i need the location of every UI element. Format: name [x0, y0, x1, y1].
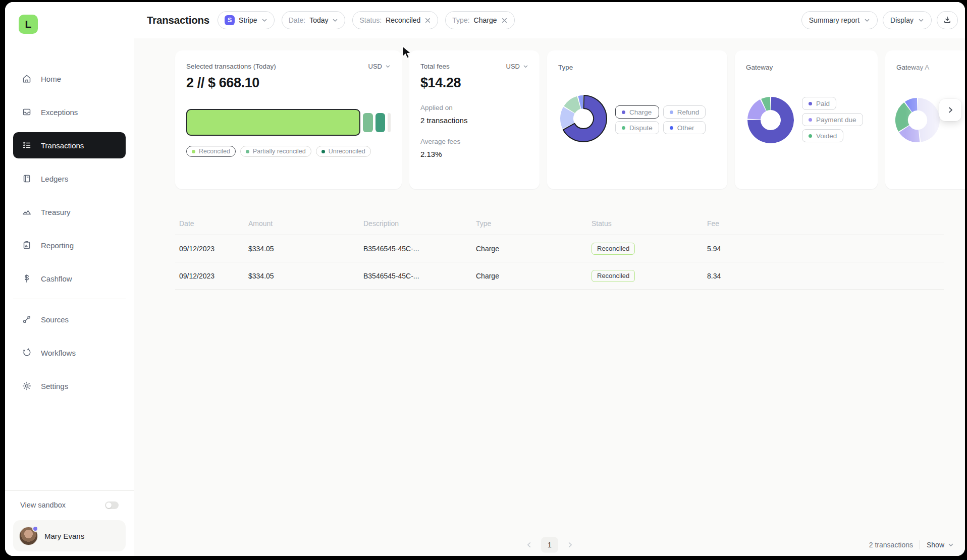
legend-label: Unreconciled — [329, 148, 365, 155]
reconciliation-bar-chart[interactable] — [186, 109, 391, 136]
table-row[interactable]: 09/12/2023 $334.05 B3546545-45C-... Char… — [175, 235, 944, 262]
card-title: Total fees — [420, 63, 450, 70]
type-donut-chart[interactable] — [559, 94, 608, 143]
main-area: Transactions S Stripe Date: Today Status… — [134, 2, 965, 556]
sidebar-item-label: Cashflow — [41, 274, 72, 283]
bar-segment[interactable] — [186, 109, 360, 136]
currency-label: USD — [368, 63, 382, 70]
summary-report-label: Summary report — [809, 16, 859, 24]
sidebar-item-reporting[interactable]: Reporting — [13, 232, 126, 258]
sandbox-toggle[interactable] — [105, 501, 119, 509]
topbar-actions: Summary report Display — [801, 11, 958, 29]
cell-amount: $334.05 — [248, 272, 363, 280]
sidebar-item-transactions[interactable]: Transactions — [13, 132, 126, 158]
table-row[interactable]: 09/12/2023 $334.05 B3546545-45C-... Char… — [175, 262, 944, 290]
close-icon[interactable] — [424, 17, 431, 24]
column-header-fee: Fee — [707, 219, 944, 228]
cell-date: 09/12/2023 — [179, 272, 248, 280]
stripe-icon: S — [225, 15, 235, 25]
next-page-button[interactable] — [567, 541, 573, 548]
filter-chip-status[interactable]: Status: Reconciled — [352, 11, 438, 29]
table-header: Date Amount Description Type Status Fee — [175, 212, 944, 235]
cell-type: Charge — [476, 245, 592, 253]
filter-chip-source[interactable]: S Stripe — [218, 11, 275, 29]
summary-cards: Selected transactions (Today) USD 2 // $… — [175, 50, 965, 189]
current-page-button[interactable]: 1 — [541, 537, 558, 552]
legend-chip-charge[interactable]: Charge — [615, 105, 659, 119]
inbox-icon — [22, 107, 32, 117]
gateway-a-donut-chart[interactable] — [894, 97, 941, 143]
legend-dot — [809, 102, 812, 105]
average-fees-label: Average fees — [420, 138, 528, 145]
sidebar-item-label: Sources — [41, 315, 69, 324]
download-button[interactable] — [937, 11, 958, 29]
filter-status-value: Reconciled — [386, 16, 420, 24]
sidebar-item-home[interactable]: Home — [13, 66, 126, 92]
download-icon — [943, 16, 951, 25]
legend-label: Charge — [629, 108, 652, 116]
legend-chip-refund[interactable]: Refund — [663, 105, 706, 119]
close-icon[interactable] — [501, 17, 508, 24]
summary-report-button[interactable]: Summary report — [801, 11, 878, 29]
page-title: Transactions — [147, 14, 209, 26]
column-header-description: Description — [363, 219, 476, 228]
legend-label: Payment due — [816, 116, 856, 124]
logo-letter: L — [25, 18, 32, 30]
cell-type: Charge — [476, 272, 592, 280]
display-button[interactable]: Display — [883, 11, 932, 29]
legend-chip-partially-reconciled[interactable]: Partially reconciled — [240, 146, 311, 157]
legend-dot — [809, 134, 812, 138]
cell-date: 09/12/2023 — [179, 245, 248, 253]
legend-dot — [622, 126, 625, 130]
sidebar-item-workflows[interactable]: Workflows — [13, 340, 126, 366]
card-title: Type — [558, 64, 573, 71]
cell-fee: 8.34 — [707, 272, 944, 280]
content: Selected transactions (Today) USD 2 // $… — [134, 38, 965, 556]
sidebar-item-treasury[interactable]: Treasury — [13, 199, 126, 225]
sidebar-item-exceptions[interactable]: Exceptions — [13, 99, 126, 125]
legend-chip-unreconciled[interactable]: Unreconciled — [316, 146, 371, 157]
legend-chip-payment-due[interactable]: Payment due — [802, 113, 863, 126]
filter-chip-date[interactable]: Date: Today — [282, 11, 346, 29]
filter-status-prefix: Status: — [359, 16, 382, 24]
sidebar-item-settings[interactable]: Settings — [13, 373, 126, 399]
previous-page-button[interactable] — [526, 541, 532, 548]
bar-segment[interactable] — [375, 113, 385, 132]
footer-divider — [920, 540, 920, 549]
chevron-down-icon — [948, 542, 954, 548]
plug-icon — [22, 314, 32, 324]
currency-select[interactable]: USD — [368, 63, 391, 70]
sidebar-item-cashflow[interactable]: Cashflow — [13, 265, 126, 292]
legend-chip-dispute[interactable]: Dispute — [615, 121, 659, 134]
user-menu[interactable]: Mary Evans — [13, 520, 126, 551]
bar-segment[interactable] — [363, 113, 372, 132]
filter-chip-type[interactable]: Type: Charge — [445, 11, 514, 29]
legend-chip-other[interactable]: Other — [663, 121, 706, 134]
chevron-down-icon — [523, 64, 528, 69]
status-badge: Reconciled — [592, 270, 635, 282]
gateway-donut-chart[interactable] — [746, 96, 795, 144]
legend-chip-reconciled[interactable]: Reconciled — [186, 146, 236, 157]
display-label: Display — [890, 16, 914, 24]
legend-dot — [670, 126, 673, 130]
gear-icon — [22, 381, 32, 391]
legend-chip-voided[interactable]: Voided — [802, 129, 843, 142]
card-title: Gateway A — [896, 64, 929, 71]
show-selector[interactable]: Show — [927, 541, 954, 549]
column-header-amount: Amount — [248, 219, 363, 228]
app-window: L Home Exceptions Transactions Le — [5, 2, 965, 556]
card-title: Selected transactions (Today) — [186, 63, 276, 70]
currency-select[interactable]: USD — [506, 63, 528, 70]
cards-next-button[interactable] — [939, 99, 961, 121]
sidebar-item-ledgers[interactable]: Ledgers — [13, 165, 126, 192]
footer-right: 2 transactions Show — [869, 540, 954, 549]
legend-label: Reconciled — [199, 148, 230, 155]
sidebar-item-label: Reporting — [41, 241, 74, 250]
legend-dot — [192, 150, 195, 153]
sidebar-item-sources[interactable]: Sources — [13, 306, 126, 332]
applied-on-value: 2 transactions — [420, 116, 528, 125]
sidebar-item-label: Ledgers — [41, 175, 68, 183]
legend-chip-paid[interactable]: Paid — [802, 97, 836, 110]
ledger-book-icon — [22, 174, 32, 184]
pagination: 1 — [526, 537, 573, 552]
